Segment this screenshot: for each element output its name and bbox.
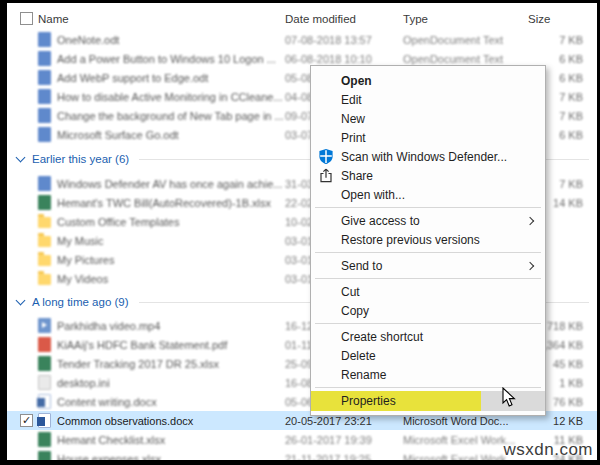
checkbox-slot xyxy=(20,71,34,85)
file-name: desktop.ini xyxy=(57,377,285,389)
checkbox-slot xyxy=(20,90,34,104)
menu-item-label: Scan with Windows Defender... xyxy=(341,150,507,164)
xlsx-file-icon xyxy=(38,356,51,371)
menu-item-create-shortcut[interactable]: Create shortcut xyxy=(311,327,545,346)
folder-icon xyxy=(38,217,51,228)
docx-file-icon xyxy=(38,413,51,428)
watermark: wsxdn.com xyxy=(503,440,593,460)
file-size: 6 KB xyxy=(517,53,583,65)
file-size: 12 KB xyxy=(517,415,583,427)
menu-separator xyxy=(315,323,541,324)
menu-item-rename[interactable]: Rename xyxy=(311,365,545,384)
file-type: Microsoft Word Doc... xyxy=(403,415,517,427)
pdf-file-icon xyxy=(38,337,51,352)
checkbox-slot xyxy=(20,109,34,123)
menu-item-label: Open with... xyxy=(341,188,405,202)
folder-icon xyxy=(38,274,51,285)
menu-item-label: Cut xyxy=(341,285,360,299)
file-name: Change the background of New Tab page in… xyxy=(57,110,285,122)
menu-item-send-to[interactable]: Send to xyxy=(311,256,545,275)
checkbox-slot xyxy=(20,433,34,447)
select-all-checkbox[interactable] xyxy=(20,12,33,25)
menu-item-label: Send to xyxy=(341,259,382,273)
menu-item-label: Restore previous versions xyxy=(341,233,480,247)
folder-icon xyxy=(38,255,51,266)
file-type: OpenDocument Text xyxy=(403,53,517,65)
column-header-name[interactable]: Name xyxy=(38,13,285,25)
file-name: Content writing.docx xyxy=(57,396,285,408)
odt-file-icon xyxy=(38,89,51,104)
menu-item-scan-with-windows-defender[interactable]: Scan with Windows Defender... xyxy=(311,147,545,166)
file-name: OneNote.odt xyxy=(57,34,285,46)
chevron-down-icon xyxy=(16,295,26,305)
column-header-date-modified[interactable]: Date modified xyxy=(285,13,403,25)
checkbox-slot xyxy=(20,52,34,66)
menu-item-new[interactable]: New xyxy=(311,109,545,128)
checkbox-slot xyxy=(20,272,34,286)
file-name: Windows Defender AV has once again achie… xyxy=(57,178,285,190)
file-checkbox[interactable] xyxy=(20,414,33,427)
submenu-arrow-icon xyxy=(526,261,534,269)
checkbox-slot xyxy=(20,452,34,461)
odt-file-icon xyxy=(38,176,51,191)
file-name: Tender Tracking 2017 DR 25.xlsx xyxy=(57,358,285,370)
xlsx-file-icon xyxy=(38,432,51,447)
column-header-size[interactable]: Size xyxy=(517,13,583,25)
menu-item-give-access-to[interactable]: Give access to xyxy=(311,211,545,230)
file-name: Add WebP support to Edge.odt xyxy=(57,72,285,84)
checkbox-slot xyxy=(20,215,34,229)
file-row[interactable]: OneNote.odt07-08-2018 13:57OpenDocument … xyxy=(7,30,597,49)
odt-file-icon xyxy=(38,70,51,85)
windows-defender-icon xyxy=(317,148,334,165)
column-header-type[interactable]: Type xyxy=(403,13,517,25)
file-date-modified: 21-11-2017 19:25 xyxy=(285,453,403,461)
odt-file-icon xyxy=(38,127,51,142)
column-header-row: Name Date modified Type Size xyxy=(7,7,597,31)
file-name: Add a Power Button to Windows 10 Logon .… xyxy=(57,53,285,65)
checkbox-slot xyxy=(20,234,34,248)
mp4-file-icon xyxy=(38,318,51,333)
file-date-modified: 06-08-2018 10:10 xyxy=(285,53,403,65)
menu-item-label: Print xyxy=(341,131,366,145)
menu-item-restore-previous-versions[interactable]: Restore previous versions xyxy=(311,230,545,249)
xlsx-file-icon xyxy=(38,451,51,460)
menu-item-cut[interactable]: Cut xyxy=(311,282,545,301)
checkbox-slot xyxy=(20,319,34,333)
file-type: Microsoft Excel Work... xyxy=(403,453,517,461)
menu-separator xyxy=(315,252,541,253)
menu-item-label: Rename xyxy=(341,368,386,382)
menu-item-label: Create shortcut xyxy=(341,330,423,344)
checkbox-slot xyxy=(20,253,34,267)
file-name: Hemant's TWC Bill(AutoRecovered)-1B.xlsx xyxy=(57,197,285,209)
menu-item-label: Copy xyxy=(341,304,369,318)
group-label: Earlier this year (6) xyxy=(32,153,129,165)
menu-item-delete[interactable]: Delete xyxy=(311,346,545,365)
menu-item-open-with[interactable]: Open with... xyxy=(311,185,545,204)
file-name: Hemant Checklist.xlsx xyxy=(57,434,285,446)
share-icon xyxy=(317,167,334,184)
menu-item-open[interactable]: Open xyxy=(311,71,545,90)
file-name: Parkhidha video.mp4 xyxy=(57,320,285,332)
file-name: My Pictures xyxy=(57,254,285,266)
odt-file-icon xyxy=(38,32,51,47)
menu-item-print[interactable]: Print xyxy=(311,128,545,147)
menu-item-label: Open xyxy=(341,74,372,88)
mouse-cursor-icon xyxy=(502,387,518,409)
ini-file-icon xyxy=(38,375,51,390)
menu-item-label: Properties xyxy=(341,394,396,408)
group-label: A long time ago (9) xyxy=(32,296,129,308)
menu-item-share[interactable]: Share xyxy=(311,166,545,185)
menu-item-label: Share xyxy=(341,169,373,183)
file-date-modified: 07-08-2018 13:57 xyxy=(285,34,403,46)
menu-item-copy[interactable]: Copy xyxy=(311,301,545,320)
menu-separator xyxy=(315,207,541,208)
file-name: KiAAij's HDFC Bank Statement.pdf xyxy=(57,339,285,351)
file-explorer-pane: Name Date modified Type Size OneNote.odt… xyxy=(7,3,597,460)
menu-item-edit[interactable]: Edit xyxy=(311,90,545,109)
xlsx-file-icon xyxy=(38,195,51,210)
docx-file-icon xyxy=(38,394,51,409)
file-name: How to disable Active Monitoring in CCle… xyxy=(57,91,285,103)
file-size: 7 KB xyxy=(517,34,583,46)
menu-item-label: Edit xyxy=(341,93,362,107)
file-name: House expenses.xlsx xyxy=(57,453,285,461)
